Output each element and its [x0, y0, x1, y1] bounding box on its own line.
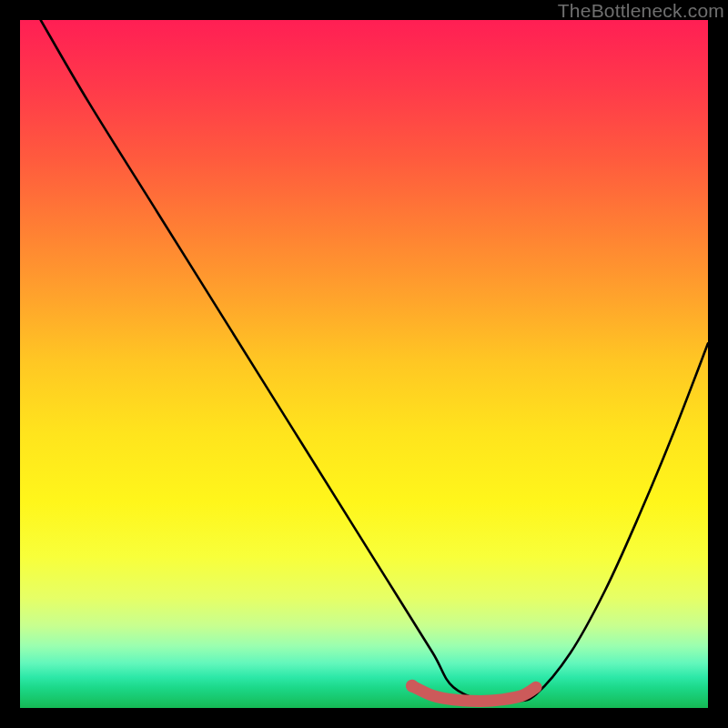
- watermark-text: TheBottleneck.com: [558, 0, 724, 22]
- optimal-band: [412, 686, 536, 702]
- chart-stage: TheBottleneck.com: [0, 0, 728, 728]
- optimal-start-dot: [406, 680, 419, 693]
- plot-area: [20, 20, 708, 708]
- bottleneck-curve: [41, 20, 708, 703]
- curve-layer: [20, 20, 708, 708]
